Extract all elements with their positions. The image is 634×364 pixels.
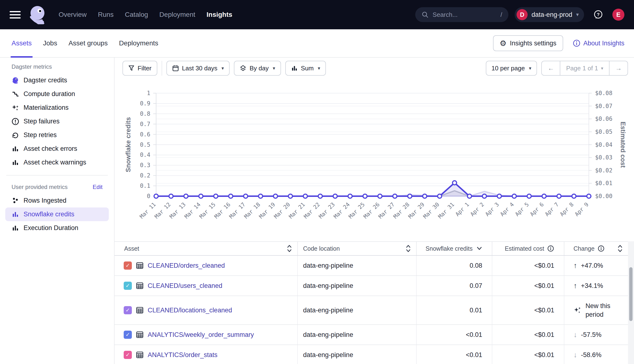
- table-icon: [136, 262, 144, 270]
- svg-text:0.8: 0.8: [140, 110, 150, 117]
- sidebar-item-materializations[interactable]: Materializations: [5, 101, 109, 114]
- info-icon[interactable]: [547, 245, 554, 252]
- svg-text:Apr 2: Apr 2: [469, 201, 485, 217]
- chevron-down-icon: ▾: [318, 65, 320, 71]
- help-icon[interactable]: ?: [593, 10, 603, 20]
- top-nav: Overview Runs Catalog Deployment Insight…: [0, 0, 634, 29]
- tab-deployments[interactable]: Deployments: [119, 29, 158, 57]
- nav-link-deployment[interactable]: Deployment: [160, 11, 195, 18]
- table-icon: [136, 351, 144, 359]
- series-checkbox[interactable]: ✓: [124, 306, 132, 314]
- nav-link-catalog[interactable]: Catalog: [125, 11, 148, 18]
- svg-text:Mar 23: Mar 23: [318, 201, 336, 220]
- chevron-down-icon: ▾: [576, 12, 579, 18]
- svg-text:Estimated cost: Estimated cost: [619, 122, 626, 168]
- arrow-up-icon: ↑: [574, 282, 577, 290]
- search-box[interactable]: /: [415, 7, 508, 22]
- dots-icon: [12, 197, 19, 204]
- aggregation-dropdown[interactable]: Sum ▾: [285, 61, 326, 76]
- dagster-logo-icon[interactable]: [28, 5, 47, 24]
- series-checkbox[interactable]: ✓: [124, 351, 132, 359]
- change-cell: ↓ -57.5%: [564, 325, 628, 344]
- svg-text:Mar 24: Mar 24: [332, 201, 351, 220]
- sidebar-item-step-retries[interactable]: Step retries: [5, 128, 109, 142]
- svg-text:Mar 26: Mar 26: [362, 201, 381, 220]
- about-insights-link[interactable]: About Insights: [573, 40, 624, 47]
- info-icon: [573, 40, 580, 47]
- next-page-button[interactable]: →: [610, 61, 628, 75]
- sort-icon[interactable]: [406, 244, 411, 252]
- user-avatar[interactable]: E: [612, 9, 624, 21]
- sidebar-item-step-failures[interactable]: Step failures: [5, 114, 109, 128]
- svg-text:0.9: 0.9: [140, 100, 150, 107]
- sidebar-item-dagster-credits[interactable]: Dagster credits: [5, 74, 109, 87]
- edit-metrics-link[interactable]: Edit: [93, 184, 102, 190]
- svg-text:Mar 29: Mar 29: [407, 201, 426, 220]
- svg-text:$0.02: $0.02: [595, 167, 612, 174]
- table-icon: [136, 282, 144, 290]
- nav-link-insights[interactable]: Insights: [206, 11, 232, 18]
- nav-link-runs[interactable]: Runs: [98, 11, 114, 18]
- column-header-asset[interactable]: Asset: [114, 242, 298, 255]
- change-cell: ↑ +47.0%: [564, 256, 628, 276]
- table-scrollbar-track[interactable]: [628, 241, 634, 364]
- chevron-down-icon: ▾: [222, 65, 224, 71]
- tab-asset-groups[interactable]: Asset groups: [68, 29, 108, 57]
- svg-text:Mar 12: Mar 12: [154, 201, 172, 220]
- series-checkbox[interactable]: ✓: [124, 331, 132, 339]
- svg-text:Mar 13: Mar 13: [168, 201, 187, 220]
- series-checkbox[interactable]: ✓: [124, 282, 132, 290]
- credits-cell: <0.01: [417, 345, 492, 364]
- svg-text:Apr 1: Apr 1: [454, 201, 470, 217]
- column-header-snowflake-credits[interactable]: Snowflake credits: [417, 242, 492, 255]
- filter-button[interactable]: Filter: [122, 61, 157, 76]
- svg-text:$0.00: $0.00: [595, 193, 612, 200]
- chevron-down-icon: ▾: [273, 65, 275, 71]
- svg-text:1: 1: [147, 90, 150, 96]
- bar-chart-icon: [291, 65, 298, 72]
- date-range-dropdown[interactable]: Last 30 days ▾: [166, 61, 230, 76]
- sidebar-item-compute-duration[interactable]: Compute duration: [5, 87, 109, 101]
- sidebar-item-asset-check-errors[interactable]: Asset check errors: [5, 142, 109, 156]
- sort-icon[interactable]: [287, 244, 292, 252]
- bar-chart-icon: [12, 145, 19, 152]
- svg-text:0.1: 0.1: [140, 182, 150, 189]
- table-scrollbar-thumb[interactable]: [629, 267, 632, 321]
- nav-links: Overview Runs Catalog Deployment Insight…: [58, 11, 232, 18]
- svg-text:Apr 3: Apr 3: [484, 201, 500, 217]
- menu-icon[interactable]: [10, 11, 21, 18]
- asset-link[interactable]: CLEANED/orders_cleaned: [148, 262, 225, 270]
- svg-text:Apr 6: Apr 6: [529, 201, 545, 217]
- column-header-code-location[interactable]: Code location: [298, 242, 417, 255]
- page-select[interactable]: Page 1 of 1 ▾: [560, 61, 610, 75]
- search-input[interactable]: [432, 11, 497, 18]
- sort-desc-icon[interactable]: [476, 246, 482, 250]
- chart-toolbar: Filter Last 30 days ▾ By day ▾ Sum ▾ 10: [122, 61, 628, 76]
- insights-settings-button[interactable]: ⚙ Insights settings: [493, 35, 563, 51]
- group-by-dropdown[interactable]: By day ▾: [234, 61, 281, 76]
- gear-icon: ⚙: [500, 40, 507, 47]
- column-header-change[interactable]: Change: [564, 242, 628, 255]
- org-switcher[interactable]: D data-eng-prod ▾: [515, 7, 584, 22]
- info-icon[interactable]: [598, 245, 605, 252]
- sort-icon[interactable]: [618, 244, 623, 252]
- sidebar-item-asset-check-warnings[interactable]: Asset check warnings: [5, 156, 109, 169]
- insights-chart: 00.10.20.30.40.50.60.70.80.91$0.00$0.01$…: [114, 78, 634, 233]
- sidebar-item-rows-ingested[interactable]: Rows Ingested: [5, 194, 109, 208]
- tab-assets[interactable]: Assets: [12, 29, 32, 57]
- svg-text:$0.07: $0.07: [595, 103, 612, 110]
- table-row: ✓ ANALYTICS/weekly_order_summary data-en…: [114, 325, 628, 345]
- sidebar-item-snowflake-credits[interactable]: Snowflake credits: [5, 208, 109, 221]
- nav-link-overview[interactable]: Overview: [58, 11, 87, 18]
- sidebar-item-execution-duration[interactable]: Execution Duration: [5, 221, 109, 235]
- asset-link[interactable]: ANALYTICS/weekly_order_summary: [148, 331, 254, 338]
- column-header-estimated-cost[interactable]: Estimated cost: [492, 242, 564, 255]
- alert-circle-icon: [12, 118, 19, 125]
- asset-link[interactable]: ANALYTICS/order_stats: [148, 351, 218, 359]
- prev-page-button[interactable]: ←: [542, 61, 560, 75]
- asset-link[interactable]: CLEANED/users_cleaned: [148, 282, 222, 290]
- series-checkbox[interactable]: ✓: [124, 262, 132, 270]
- asset-link[interactable]: CLEANED/locations_cleaned: [148, 306, 232, 314]
- per-page-dropdown[interactable]: 10 per page ▾: [486, 61, 537, 76]
- tab-jobs[interactable]: Jobs: [43, 29, 57, 57]
